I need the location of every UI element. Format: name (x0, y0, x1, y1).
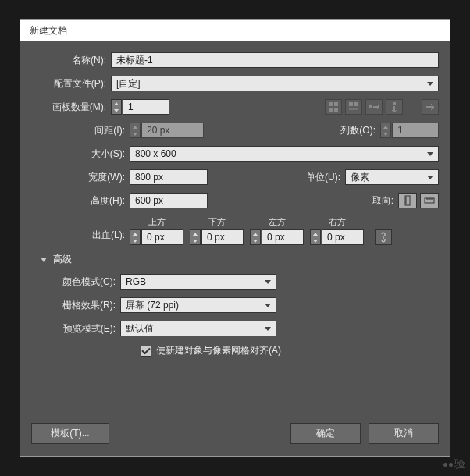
advanced-header[interactable]: 高级 (41, 253, 439, 266)
bleed-left-stepper[interactable] (250, 229, 261, 245)
svg-rect-7 (393, 102, 396, 105)
new-document-dialog: 新建文档 名称(N): 配置文件(P): [自定] 画板数量(M): 间距( (20, 19, 450, 457)
height-input[interactable] (130, 193, 208, 208)
units-select[interactable]: 像素 (345, 169, 439, 185)
columns-label: 列数(O): (340, 124, 376, 137)
raster-select[interactable]: 屏幕 (72 ppi) (120, 297, 276, 313)
advanced-label: 高级 (53, 253, 72, 266)
colormode-select[interactable]: RGB (120, 274, 276, 290)
watermark: 验 (443, 457, 465, 471)
units-value: 像素 (351, 171, 369, 184)
bleed-top-label: 上方 (148, 216, 166, 228)
spacing-label: 间距(I): (31, 124, 125, 137)
dialog-title: 新建文档 (20, 20, 450, 41)
artboards-stepper[interactable] (111, 99, 122, 115)
height-label: 高度(H): (31, 194, 125, 208)
bleed-right-label: 右方 (329, 216, 346, 228)
grid-layout-1-icon (325, 99, 342, 115)
bleed-right-input[interactable] (322, 229, 364, 245)
name-input[interactable] (111, 52, 439, 68)
link-bleed-icon[interactable] (375, 229, 392, 245)
svg-rect-2 (329, 108, 333, 112)
svg-rect-0 (329, 102, 333, 106)
column-layout-icon (386, 99, 403, 115)
bleed-bottom-label: 下方 (208, 216, 226, 228)
bleed-top-input[interactable] (141, 229, 183, 245)
svg-rect-4 (349, 102, 353, 106)
row-layout-icon (365, 99, 383, 115)
colormode-label: 颜色模式(C): (31, 275, 116, 289)
align-pixel-grid-checkbox[interactable] (141, 346, 151, 357)
profile-label: 配置文件(P): (31, 77, 106, 91)
profile-select[interactable]: [自定] (111, 76, 439, 91)
preview-value: 默认值 (126, 322, 154, 336)
svg-rect-3 (334, 108, 338, 112)
portrait-button[interactable] (398, 193, 417, 208)
bleed-left-input[interactable] (262, 229, 304, 245)
columns-stepper (380, 123, 391, 138)
bleed-label: 出血(L): (31, 229, 125, 245)
spacing-input (141, 123, 204, 138)
width-input[interactable] (130, 169, 208, 185)
colormode-value: RGB (126, 276, 146, 287)
preview-select[interactable]: 默认值 (120, 321, 276, 336)
arrow-right-icon (422, 99, 439, 115)
size-select[interactable]: 800 x 600 (130, 146, 439, 162)
width-label: 宽度(W): (31, 171, 125, 184)
bleed-bottom-input[interactable] (201, 229, 244, 245)
landscape-button[interactable] (420, 193, 439, 208)
cancel-button[interactable]: 取消 (369, 423, 439, 444)
bleed-left-label: 左方 (269, 216, 286, 228)
templates-button[interactable]: 模板(T)... (31, 423, 109, 444)
name-label: 名称(N): (31, 54, 106, 67)
spacing-stepper (130, 123, 141, 138)
artboards-input[interactable] (123, 99, 169, 115)
svg-rect-1 (334, 102, 338, 106)
align-pixel-grid-label: 使新建对象与像素网格对齐(A) (156, 344, 281, 357)
profile-value: [自定] (116, 77, 141, 91)
disclosure-triangle-icon (41, 258, 47, 262)
size-label: 大小(S): (31, 147, 125, 161)
dialog-body: 名称(N): 配置文件(P): [自定] 画板数量(M): 间距(I): (20, 41, 450, 456)
orientation-label: 取向: (372, 194, 393, 208)
artboards-label: 画板数量(M): (31, 101, 106, 114)
bleed-right-stepper[interactable] (310, 229, 321, 245)
raster-label: 栅格效果(R): (31, 299, 116, 312)
svg-rect-5 (354, 102, 358, 106)
preview-label: 预览模式(E): (31, 322, 116, 336)
raster-value: 屏幕 (72 ppi) (126, 299, 179, 312)
columns-input (392, 123, 439, 138)
ok-button[interactable]: 确定 (290, 423, 361, 444)
units-label: 单位(U): (306, 171, 340, 184)
svg-rect-6 (369, 105, 372, 108)
bleed-top-stepper[interactable] (130, 229, 141, 245)
size-value: 800 x 600 (135, 148, 176, 159)
grid-layout-2-icon (345, 99, 362, 115)
bleed-bottom-stepper[interactable] (190, 229, 201, 245)
